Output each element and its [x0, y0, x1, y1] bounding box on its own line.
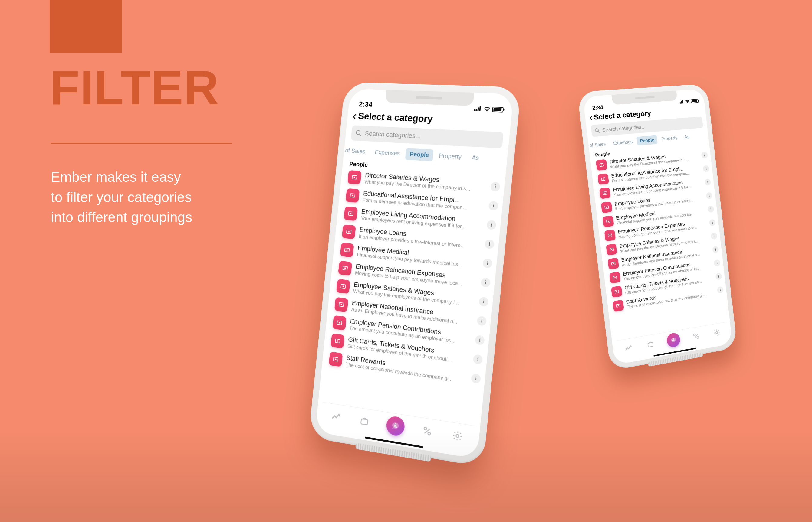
back-button[interactable]: ‹	[352, 112, 357, 120]
filter-tab[interactable]: Expenses	[370, 146, 405, 159]
svg-point-13	[344, 267, 346, 269]
category-icon	[336, 279, 350, 294]
svg-point-41	[608, 221, 609, 222]
category-list[interactable]: Director Salaries & Wages What you pay t…	[590, 148, 730, 341]
category-icon	[613, 300, 624, 312]
tab-percent[interactable]	[691, 330, 701, 342]
filter-tab[interactable]: People	[405, 148, 433, 161]
search-placeholder: Search categories...	[602, 124, 645, 133]
signal-icon	[678, 100, 684, 104]
info-button[interactable]: i	[479, 297, 489, 307]
search-icon	[355, 129, 362, 137]
category-icon	[329, 352, 343, 367]
category-icon	[597, 173, 609, 185]
search-icon	[594, 128, 600, 134]
info-button[interactable]: i	[477, 316, 487, 326]
info-button[interactable]: i	[471, 373, 481, 384]
svg-point-39	[606, 206, 607, 208]
filter-tab[interactable]: of Sales	[588, 139, 609, 150]
filter-tab[interactable]: As	[467, 152, 484, 164]
category-icon	[330, 333, 345, 348]
info-button[interactable]: i	[473, 354, 483, 365]
tab-percent[interactable]	[420, 423, 435, 439]
category-icon	[608, 258, 619, 269]
info-button[interactable]: i	[701, 152, 708, 159]
info-button[interactable]: i	[481, 277, 491, 288]
svg-text:&: &	[672, 338, 675, 342]
tab-box[interactable]	[357, 413, 372, 429]
divider	[51, 143, 232, 144]
info-button[interactable]: i	[715, 273, 722, 280]
tab-fab-logo[interactable]: &	[386, 415, 406, 437]
page-subcopy: Ember makes it easy to filter your categ…	[51, 167, 192, 227]
svg-point-17	[341, 304, 342, 305]
phone-mockup-primary: 2:34 ‹ Select a category Search categori…	[321, 83, 502, 452]
info-button[interactable]: i	[709, 219, 716, 226]
category-icon	[596, 159, 607, 170]
copy-line: into different groupings	[51, 207, 192, 227]
tab-insights[interactable]	[623, 342, 634, 354]
info-button[interactable]: i	[711, 233, 718, 240]
category-icon	[609, 272, 621, 283]
status-time: 2:34	[359, 100, 373, 109]
category-icon	[599, 187, 611, 199]
tab-settings[interactable]	[450, 428, 465, 444]
info-button[interactable]: i	[704, 179, 711, 186]
signal-icon	[473, 106, 482, 111]
filter-tab[interactable]: As	[681, 132, 693, 142]
category-list[interactable]: Director Salaries & Wages What you pay t…	[318, 167, 505, 427]
tab-fab-logo[interactable]: &	[666, 332, 681, 348]
filter-tab[interactable]: Expenses	[610, 137, 636, 148]
info-button[interactable]: i	[706, 192, 713, 199]
svg-point-5	[352, 195, 353, 196]
category-icon	[611, 286, 622, 298]
info-button[interactable]: i	[485, 239, 495, 249]
svg-line-31	[598, 131, 600, 133]
info-button[interactable]: i	[712, 246, 719, 253]
info-button[interactable]: i	[703, 165, 710, 173]
info-button[interactable]: i	[717, 286, 723, 294]
tab-insights[interactable]	[329, 408, 344, 424]
info-button[interactable]: i	[486, 220, 497, 230]
accent-block	[50, 0, 122, 53]
info-button[interactable]: i	[707, 206, 714, 213]
info-button[interactable]: i	[482, 258, 493, 268]
category-icon	[347, 170, 362, 184]
copy-line: to filter your categories	[51, 187, 192, 207]
category-icon	[346, 188, 360, 203]
tab-settings[interactable]	[712, 327, 722, 338]
category-icon	[342, 224, 356, 239]
svg-point-33	[601, 164, 602, 165]
svg-line-28	[424, 428, 430, 434]
filter-tab[interactable]: Property	[658, 133, 681, 144]
info-button[interactable]: i	[490, 182, 501, 192]
svg-point-9	[348, 231, 350, 233]
svg-line-58	[694, 334, 698, 338]
svg-point-26	[424, 427, 427, 430]
filter-tab[interactable]: People	[636, 135, 658, 146]
info-button[interactable]: i	[488, 201, 499, 211]
category-icon	[338, 261, 352, 276]
category-icon	[604, 229, 616, 241]
wifi-icon	[684, 98, 690, 105]
category-icon	[344, 206, 358, 221]
copy-line: Ember makes it easy	[51, 167, 192, 187]
svg-point-56	[693, 334, 695, 336]
svg-point-3	[354, 177, 355, 178]
svg-point-51	[616, 291, 617, 292]
tab-box[interactable]	[645, 338, 656, 350]
info-button[interactable]: i	[714, 259, 721, 266]
info-button[interactable]: i	[475, 335, 485, 345]
category-icon	[603, 216, 614, 227]
svg-point-21	[337, 340, 339, 342]
svg-point-59	[716, 332, 718, 334]
svg-point-15	[343, 285, 344, 287]
svg-point-11	[346, 249, 348, 251]
back-button[interactable]: ‹	[589, 115, 593, 121]
filter-tab[interactable]: Property	[434, 150, 466, 163]
svg-point-49	[614, 277, 616, 278]
category-icon	[601, 201, 612, 213]
battery-icon	[691, 99, 698, 103]
filter-tab[interactable]: of Sales	[343, 144, 370, 158]
wifi-icon	[483, 105, 491, 114]
